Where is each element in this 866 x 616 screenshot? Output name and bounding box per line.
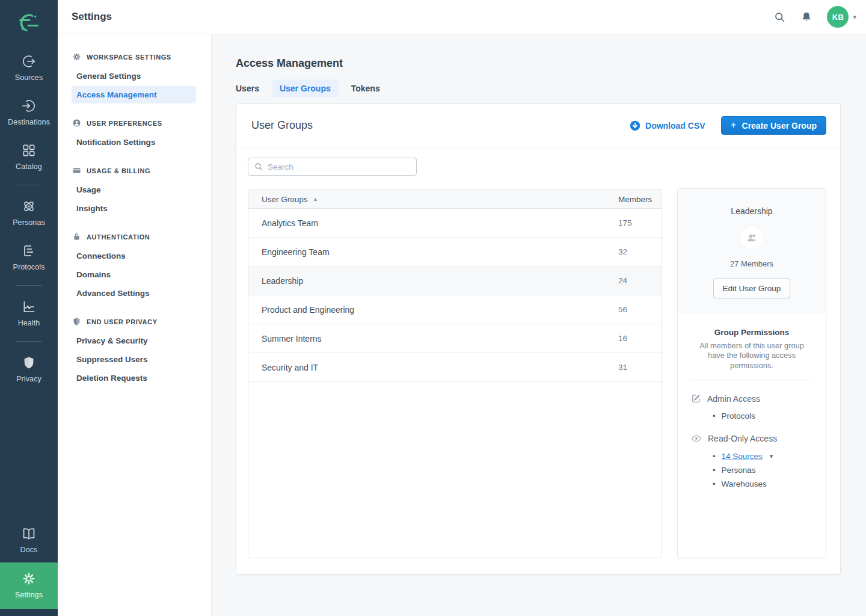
group-name: Security and IT (262, 363, 318, 372)
app-sidebar: Sources Destinations Catalog Personas (0, 0, 58, 616)
sidebar-item-label: Privacy (16, 375, 41, 383)
table-row-selected[interactable]: Leadership 24 (248, 266, 662, 295)
sidebar-item-label: Personas (13, 218, 45, 227)
access-item-label: Personas (722, 466, 756, 475)
access-item: • 14 Sources ▾ (691, 449, 812, 463)
catalog-icon (21, 143, 37, 158)
nav-item-usage[interactable]: Usage (72, 181, 196, 199)
permissions-description: All members of this user group have the … (691, 341, 812, 371)
nav-item-deletion-requests[interactable]: Deletion Requests (72, 369, 196, 387)
readonly-access-label: Read-Only Access (708, 434, 777, 443)
docs-icon (21, 526, 37, 541)
sidebar-item-label: Protocols (13, 263, 45, 271)
nav-section-user-preferences: USER PREFERENCES Notification Settings (58, 119, 211, 151)
bullet-icon: • (713, 452, 716, 460)
plus-icon: + (731, 120, 737, 130)
nav-item-domains[interactable]: Domains (72, 266, 196, 283)
nav-item-advanced-settings[interactable]: Advanced Settings (72, 285, 196, 302)
sidebar-item-label: Settings (15, 591, 43, 599)
group-name: Product and Engineering (262, 305, 354, 315)
tab-users[interactable]: Users (229, 79, 266, 97)
bullet-icon: • (713, 466, 716, 474)
detail-group-name: Leadership (687, 206, 816, 216)
sidebar-item-settings[interactable]: Settings (0, 562, 58, 609)
gear-icon (72, 52, 81, 61)
sidebar-item-catalog[interactable]: Catalog (0, 135, 58, 179)
sidebar-item-privacy[interactable]: Privacy (0, 347, 58, 392)
nav-item-access-management[interactable]: Access Management (72, 86, 196, 103)
table-row[interactable]: Engineering Team 32 (248, 238, 662, 266)
sidebar-item-health[interactable]: Health (0, 291, 58, 336)
sidebar-item-protocols[interactable]: Protocols (0, 235, 58, 280)
group-name: Summer Interns (262, 334, 322, 343)
edit-user-group-button[interactable]: Edit User Group (713, 279, 791, 298)
group-name: Analytics Team (262, 218, 318, 228)
admin-access-group: Admin Access • Protocols (691, 393, 812, 423)
sort-asc-icon: ▲ (313, 197, 318, 202)
sidebar-item-personas[interactable]: Personas (0, 191, 58, 235)
settings-sidebar: WORKSPACE SETTINGS General Settings Acce… (58, 34, 212, 616)
group-members: 24 (618, 276, 652, 285)
group-members: 31 (618, 363, 652, 372)
personas-icon (21, 199, 37, 214)
page-title: Access Management (236, 57, 841, 70)
table-header[interactable]: User Groups ▲ Members (248, 190, 662, 209)
tab-bar: Users User Groups Tokens (229, 79, 841, 97)
table-row[interactable]: Analytics Team 175 (248, 209, 662, 238)
sidebar-item-destinations[interactable]: Destinations (0, 90, 58, 135)
bell-icon (800, 11, 812, 23)
readonly-access-group: Read-Only Access • 14 Sources ▾ • (691, 433, 812, 491)
sidebar-item-label: Destinations (8, 118, 50, 126)
divider (691, 380, 812, 380)
access-item: • Protocols (691, 409, 812, 423)
tab-tokens[interactable]: Tokens (344, 79, 387, 97)
nav-item-insights[interactable]: Insights (72, 200, 196, 217)
table-row[interactable]: Product and Engineering 56 (248, 295, 662, 324)
chevron-down-icon: ▾ (853, 14, 856, 20)
sidebar-item-label: Catalog (16, 162, 42, 171)
tab-user-groups[interactable]: User Groups (272, 79, 338, 97)
nav-section-usage-billing: USAGE & BILLING Usage Insights (58, 166, 211, 217)
search-icon (773, 11, 786, 23)
notifications-button[interactable] (800, 11, 812, 23)
group-summary: Leadership 27 Members Edit User Group (678, 189, 826, 313)
user-groups-card: User Groups Download CSV + C (236, 103, 841, 574)
admin-access-label: Admin Access (707, 394, 760, 404)
search-icon (254, 162, 263, 171)
caret-down-icon[interactable]: ▾ (770, 452, 773, 460)
protocols-icon (21, 243, 37, 259)
search-input[interactable] (248, 158, 417, 176)
nav-item-privacy-security[interactable]: Privacy & Security (72, 332, 196, 350)
search-button[interactable] (773, 11, 786, 23)
table-row[interactable]: Security and IT 31 (248, 353, 662, 382)
access-item-label: Warehouses (722, 479, 767, 488)
avatar: KB (827, 6, 849, 28)
nav-section-authentication: AUTHENTICATION Connections Domains Advan… (58, 232, 211, 302)
nav-item-notification-settings[interactable]: Notification Settings (72, 134, 196, 151)
download-csv-button[interactable]: Download CSV (630, 120, 705, 131)
nav-item-suppressed-users[interactable]: Suppressed Users (72, 351, 196, 368)
nav-item-general-settings[interactable]: General Settings (72, 67, 196, 85)
destinations-icon (21, 98, 37, 114)
column-header-user-groups: User Groups (262, 195, 308, 204)
sidebar-divider (16, 341, 42, 342)
privacy-icon (21, 355, 37, 371)
sidebar-divider (16, 285, 42, 286)
sources-count-link[interactable]: 14 Sources (722, 452, 763, 461)
segment-logo[interactable] (0, 0, 58, 46)
nav-item-connections[interactable]: Connections (72, 247, 196, 265)
group-permissions: Group Permissions All members of this us… (678, 313, 826, 491)
access-item-label: Protocols (722, 411, 755, 420)
sidebar-item-docs[interactable]: Docs (0, 518, 58, 562)
table-row[interactable]: Summer Interns 16 (248, 324, 662, 353)
sidebar-item-label: Health (18, 319, 40, 327)
eye-icon (691, 433, 702, 444)
create-user-group-button[interactable]: + Create User Group (721, 116, 826, 135)
edit-square-icon (691, 393, 701, 404)
nav-section-end-user-privacy: END USER PRIVACY Privacy & Security Supp… (58, 317, 211, 387)
user-menu[interactable]: KB ▾ (827, 6, 856, 28)
sidebar-item-sources[interactable]: Sources (0, 46, 58, 90)
nav-section-label: USER PREFERENCES (87, 120, 162, 127)
shield-icon (72, 317, 81, 326)
download-csv-label: Download CSV (645, 121, 705, 131)
